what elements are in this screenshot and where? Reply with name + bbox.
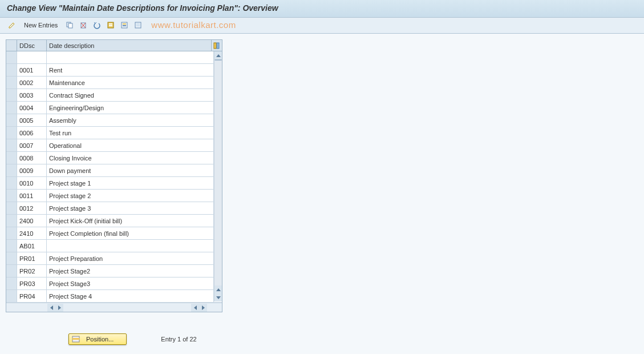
cell-description[interactable]: Project Preparation [47, 252, 214, 264]
table-row[interactable]: PR02Project Stage2 [6, 265, 222, 277]
row-selector[interactable] [6, 265, 17, 277]
cell-description[interactable]: Project stage 3 [47, 202, 214, 214]
new-entries-button[interactable]: New Entries [21, 21, 61, 30]
row-selector[interactable] [6, 202, 17, 214]
cell-description[interactable]: Operational [47, 139, 214, 151]
row-selector[interactable] [6, 114, 17, 126]
cell-ddsc[interactable]: AB01 [17, 240, 47, 252]
cell-ddsc[interactable]: PR03 [17, 277, 47, 289]
table-row[interactable]: 2410Project Completion (final bill) [6, 227, 222, 240]
table-row[interactable]: 0011Project stage 2 [6, 190, 222, 202]
table-row[interactable]: AB01 [6, 240, 222, 252]
change-icon[interactable] [7, 20, 17, 30]
cell-description[interactable]: Test run [47, 127, 214, 139]
row-selector[interactable] [6, 290, 17, 302]
table-row[interactable]: 0001Rent [6, 64, 222, 77]
table-row[interactable]: 0006Test run [6, 127, 222, 139]
row-selector[interactable] [6, 240, 17, 252]
row-selector[interactable] [6, 64, 17, 76]
scroll-track[interactable] [214, 61, 222, 285]
cell-ddsc[interactable]: 0008 [17, 152, 47, 164]
cell-description[interactable]: Project Completion (final bill) [47, 227, 214, 239]
table-row[interactable] [6, 51, 222, 64]
row-selector[interactable] [6, 177, 17, 189]
table-row[interactable]: 0008Closing Invoice [6, 152, 222, 164]
table-row[interactable]: 0003Contract Signed [6, 89, 222, 102]
row-selector[interactable] [6, 252, 17, 264]
cell-description[interactable]: Maintenance [47, 77, 214, 89]
table-row[interactable]: 0004Engineering/Design [6, 102, 222, 114]
cell-ddsc[interactable]: 0011 [17, 190, 47, 202]
cell-description[interactable]: Engineering/Design [47, 102, 214, 114]
cell-ddsc[interactable]: 0009 [17, 164, 47, 176]
delete-icon[interactable] [78, 20, 88, 30]
column-header-ddsc[interactable]: DDsc [17, 40, 47, 51]
row-selector[interactable] [6, 227, 17, 239]
cell-description[interactable] [47, 240, 214, 252]
cell-description[interactable]: Assembly [47, 114, 214, 126]
cell-ddsc[interactable]: PR01 [17, 252, 47, 264]
cell-description[interactable] [47, 51, 214, 63]
table-row[interactable]: PR03Project Stage3 [6, 277, 222, 290]
table-row[interactable]: PR01Project Preparation [6, 252, 222, 265]
row-selector[interactable] [6, 77, 17, 89]
row-selector[interactable] [6, 89, 17, 101]
cell-description[interactable]: Project Stage3 [47, 277, 214, 289]
cell-ddsc[interactable]: PR04 [17, 290, 47, 302]
table-row[interactable]: 0002Maintenance [6, 77, 222, 89]
cell-ddsc[interactable]: 0002 [17, 77, 47, 89]
row-selector[interactable] [6, 215, 17, 227]
row-selector[interactable] [6, 139, 17, 151]
column-header-description[interactable]: Date description [47, 40, 212, 51]
cell-ddsc[interactable]: 0004 [17, 102, 47, 114]
table-row[interactable]: 0010Project stage 1 [6, 177, 222, 190]
row-selector[interactable] [6, 127, 17, 139]
cell-ddsc[interactable]: 0005 [17, 114, 47, 126]
select-block-icon[interactable] [119, 20, 129, 30]
table-row[interactable]: PR04Project Stage 4 [6, 290, 222, 303]
cell-description[interactable]: Closing Invoice [47, 152, 214, 164]
cell-ddsc[interactable]: 0006 [17, 127, 47, 139]
cell-description[interactable]: Project stage 1 [47, 177, 214, 189]
cell-ddsc[interactable]: 0001 [17, 64, 47, 76]
cell-description[interactable]: Contract Signed [47, 89, 214, 101]
cell-description[interactable]: Down payment [47, 164, 214, 176]
cell-description[interactable]: Project Stage 4 [47, 290, 214, 302]
cell-description[interactable]: Rent [47, 64, 214, 76]
row-selector[interactable] [6, 102, 17, 114]
cell-description[interactable]: Project Stage2 [47, 265, 214, 277]
scroll-right-icon[interactable] [55, 304, 63, 312]
row-selector[interactable] [6, 277, 17, 289]
cell-ddsc[interactable]: 0003 [17, 89, 47, 101]
scroll-right-end-icon[interactable] [199, 304, 207, 312]
undo-icon[interactable] [92, 20, 102, 30]
scroll-down-icon[interactable] [214, 293, 222, 301]
copy-icon[interactable] [64, 20, 75, 30]
cell-ddsc[interactable]: PR02 [17, 265, 47, 277]
cell-ddsc[interactable]: 0012 [17, 202, 47, 214]
scroll-left-end-icon[interactable] [191, 304, 199, 312]
cell-ddsc[interactable]: 0010 [17, 177, 47, 189]
table-row[interactable]: 0005Assembly [6, 114, 222, 127]
table-row[interactable]: 0007Operational [6, 139, 222, 152]
row-selector[interactable] [6, 164, 17, 176]
row-selector[interactable] [6, 190, 17, 202]
table-row[interactable]: 0012Project stage 3 [6, 202, 222, 215]
cell-ddsc[interactable]: 0007 [17, 139, 47, 151]
cell-ddsc[interactable] [17, 51, 47, 63]
position-button[interactable]: Position... [68, 333, 127, 345]
vertical-scrollbar[interactable] [214, 51, 222, 301]
cell-description[interactable]: Project Kick-Off (initial bill) [47, 215, 214, 227]
scroll-left-icon[interactable] [47, 304, 55, 312]
scroll-up-icon[interactable] [214, 51, 222, 59]
cell-description[interactable]: Project stage 2 [47, 190, 214, 202]
scroll-page-up-icon[interactable] [214, 285, 222, 293]
cell-ddsc[interactable]: 2400 [17, 215, 47, 227]
cell-ddsc[interactable]: 2410 [17, 227, 47, 239]
row-selector[interactable] [6, 51, 17, 63]
table-row[interactable]: 0009Down payment [6, 164, 222, 177]
configure-columns-icon[interactable] [212, 40, 222, 51]
select-all-icon[interactable] [106, 20, 116, 30]
deselect-all-icon[interactable] [133, 20, 143, 30]
table-row[interactable]: 2400Project Kick-Off (initial bill) [6, 215, 222, 227]
